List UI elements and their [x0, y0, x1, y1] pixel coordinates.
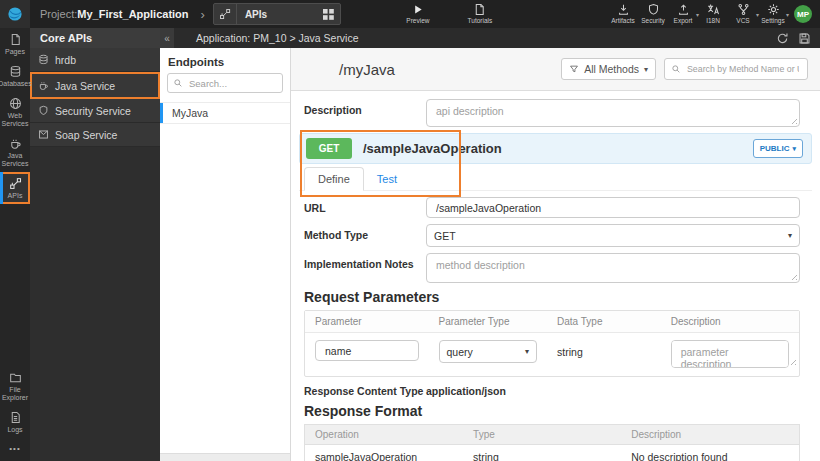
- play-icon: [411, 3, 424, 16]
- core-api-item-java-service[interactable]: Java Service: [30, 72, 160, 99]
- apis-workspace-tab[interactable]: APIs: [213, 3, 341, 25]
- tutorials-button[interactable]: Tutorials: [465, 3, 495, 25]
- i18n-button[interactable]: I18N: [698, 3, 728, 25]
- sidebar-item-logs[interactable]: Logs: [0, 406, 30, 438]
- endpoint-item-myjava[interactable]: MyJava: [160, 102, 290, 124]
- api-title: /myJava: [339, 61, 395, 78]
- implementation-notes-textarea[interactable]: [426, 253, 800, 283]
- sidebar-item-label: APIs: [8, 192, 23, 200]
- method-search[interactable]: [664, 58, 808, 80]
- method-header-bar[interactable]: GET /sampleJavaOperation PUBLIC ▾: [299, 133, 812, 164]
- parameter-name-input[interactable]: [315, 340, 419, 361]
- app-body: Pages Databases Web Services Java Servic…: [0, 28, 820, 461]
- method-detail-form: Description GET /sampleJavaOperation: [291, 91, 820, 461]
- core-api-label: Security Service: [55, 105, 131, 117]
- sidebar-item-java-services[interactable]: Java Services: [0, 132, 30, 172]
- preview-button[interactable]: Preview: [403, 3, 433, 25]
- more-menu-icon[interactable]: •••: [0, 438, 30, 461]
- operation-cell: sampleJavaOperation: [305, 445, 463, 461]
- parameter-description-textarea[interactable]: [671, 340, 789, 368]
- core-api-item-soap-service[interactable]: Soap Service: [30, 123, 160, 147]
- method-type-label: Method Type: [304, 224, 426, 247]
- artifacts-label: Artifacts: [611, 18, 634, 25]
- content-row: Endpoints MyJava /myJava: [160, 48, 820, 461]
- breadcrumb-bar: « Application: PM_10 > Java Service: [160, 28, 820, 48]
- i18n-label: I18N: [706, 18, 720, 25]
- project-label: Project:: [40, 8, 77, 20]
- description-label: Description: [304, 99, 426, 127]
- method-accordion: GET /sampleJavaOperation PUBLIC ▾ Define…: [299, 133, 812, 191]
- resize-grip-icon[interactable]: [789, 358, 796, 365]
- method-type-select[interactable]: GET ▾: [426, 224, 800, 247]
- endpoints-search-input[interactable]: [187, 77, 277, 90]
- core-api-label: hrdb: [55, 54, 76, 66]
- settings-button[interactable]: ▾ Settings: [758, 3, 788, 25]
- user-avatar[interactable]: MP: [794, 5, 812, 23]
- grid-icon[interactable]: [323, 9, 334, 20]
- description-row: Description: [304, 99, 800, 127]
- column-header: Parameter Type: [429, 311, 548, 332]
- database-icon: [9, 65, 22, 78]
- method-type-value: GET: [434, 230, 456, 242]
- export-label: Export: [674, 18, 693, 25]
- globe-icon: [9, 97, 22, 110]
- tab-define[interactable]: Define: [304, 167, 364, 191]
- coffee-icon: [38, 80, 49, 91]
- sidebar-item-apis[interactable]: APIs: [0, 172, 30, 204]
- endpoint-label: MyJava: [172, 107, 208, 119]
- security-button[interactable]: Security: [638, 3, 668, 25]
- tutorials-label: Tutorials: [468, 18, 493, 25]
- sidebar-item-pages[interactable]: Pages: [0, 28, 30, 60]
- main-panel: /myJava All Methods ▾ De: [291, 48, 820, 461]
- response-content-type-value: application/json: [426, 385, 506, 397]
- i18n-icon: [707, 3, 720, 16]
- vcs-button[interactable]: ▾ VCS: [728, 3, 758, 25]
- url-label: URL: [304, 197, 426, 218]
- endpoints-search[interactable]: [167, 73, 283, 93]
- project-breadcrumb[interactable]: Project:My_First_Application: [40, 8, 189, 20]
- caret-down-icon: ▾: [525, 347, 529, 356]
- core-apis-panel: Core APIs hrdb Java Service Security Ser…: [30, 28, 160, 461]
- visibility-dropdown[interactable]: PUBLIC ▾: [753, 139, 803, 158]
- method-path: /sampleJavaOperation: [363, 141, 502, 156]
- upload-icon: [677, 3, 690, 16]
- caret-down-icon: ▾: [792, 145, 796, 153]
- collapse-panel-button[interactable]: «: [160, 28, 174, 48]
- app-logo[interactable]: [0, 0, 30, 28]
- coffee-icon: [9, 137, 22, 150]
- table-header-row: Operation Type Description: [305, 425, 799, 445]
- api-icon: [214, 4, 237, 24]
- save-icon[interactable]: [798, 32, 811, 45]
- description-cell: No description found: [621, 445, 799, 461]
- sidebar-item-web-services[interactable]: Web Services: [0, 92, 30, 132]
- core-api-item-hrdb[interactable]: hrdb: [30, 48, 160, 72]
- parameter-type-select[interactable]: query ▾: [439, 340, 538, 363]
- core-api-label: Java Service: [55, 80, 115, 92]
- sidebar-item-label: Web Services: [0, 112, 30, 128]
- method-type-row: Method Type GET ▾: [304, 224, 800, 247]
- project-name: My_First_Application: [77, 8, 188, 20]
- method-tabs: Define Test: [299, 167, 812, 191]
- sidebar-item-file-explorer[interactable]: File Explorer: [0, 366, 30, 406]
- download-icon: [617, 3, 630, 16]
- security-label: Security: [641, 18, 664, 25]
- page-icon: [9, 33, 22, 46]
- shield-icon: [38, 105, 49, 116]
- sidebar-item-databases[interactable]: Databases: [0, 60, 30, 92]
- export-button[interactable]: ▾ Export: [668, 3, 698, 25]
- left-icon-rail: Pages Databases Web Services Java Servic…: [0, 28, 30, 461]
- methods-filter-dropdown[interactable]: All Methods ▾: [561, 58, 656, 80]
- url-input[interactable]: [426, 197, 800, 218]
- artifacts-button[interactable]: Artifacts: [608, 3, 638, 25]
- method-search-input[interactable]: [685, 63, 801, 75]
- implementation-notes-row: Implementation Notes: [304, 253, 800, 283]
- description-textarea[interactable]: [426, 99, 800, 127]
- search-icon: [173, 78, 183, 88]
- rail-spacer: [0, 204, 30, 366]
- tab-test[interactable]: Test: [364, 168, 410, 190]
- response-content-type-label: Response Content Type: [304, 385, 426, 397]
- implementation-notes-label: Implementation Notes: [304, 253, 426, 283]
- refresh-icon[interactable]: [776, 32, 789, 45]
- core-api-item-security-service[interactable]: Security Service: [30, 99, 160, 123]
- document-icon: [473, 3, 486, 16]
